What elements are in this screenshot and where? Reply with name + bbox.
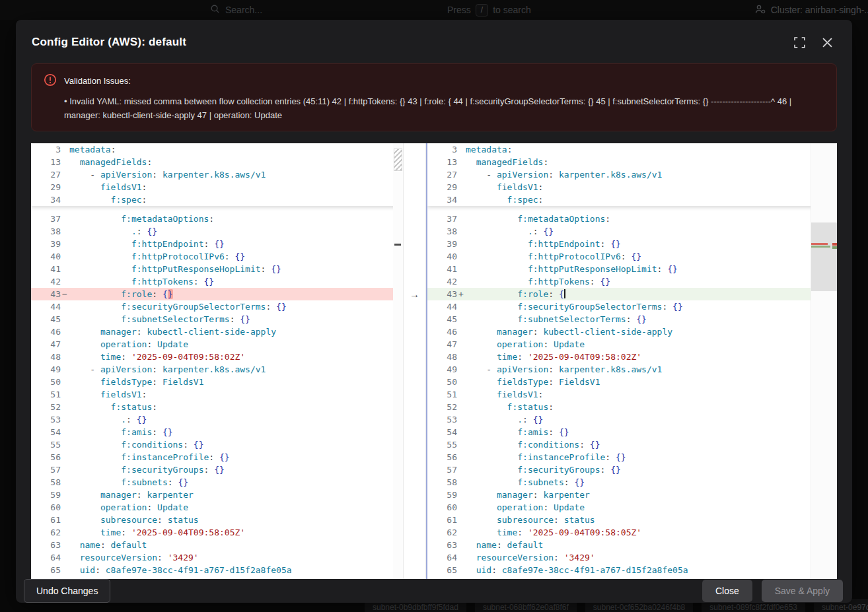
code-line[interactable]: 62time: '2025-09-04T09:58:05Z' [31, 526, 403, 539]
line-number: 46 [31, 325, 69, 338]
code-line[interactable]: 65uid: c8afe97e-38cc-4f91-a767-d15f2a8fe… [31, 564, 403, 576]
left-overview-ruler[interactable] [393, 143, 403, 579]
code-line[interactable]: 3metadata: [31, 143, 403, 156]
fullscreen-button[interactable] [790, 33, 809, 51]
code-line[interactable]: 50fieldsType: FieldsV1 [31, 376, 403, 388]
code-line[interactable]: 48time: '2025-09-04T09:58:02Z' [31, 351, 403, 363]
code-line[interactable]: 66spec: [31, 576, 403, 579]
code-line[interactable]: 44f:securityGroupSelectorTerms: {} [31, 300, 403, 313]
code-line[interactable]: 34f:spec: [427, 193, 837, 206]
code-line[interactable]: 57f:securityGroups: {} [427, 463, 837, 476]
code-line[interactable]: 60operation: Update [427, 501, 837, 514]
code-line[interactable]: 13managedFields: [427, 156, 837, 168]
dialog-title: Config Editor (AWS): default [32, 36, 781, 49]
code-line[interactable]: 27- apiVersion: karpenter.k8s.aws/v1 [427, 168, 837, 181]
code-line[interactable]: 37f:metadataOptions: [31, 213, 403, 225]
line-number: 49 [427, 363, 466, 376]
line-number: 41 [31, 263, 69, 275]
code-line[interactable]: 59manager: karpenter [31, 489, 403, 501]
code-line[interactable]: 51fieldsV1: [31, 388, 403, 401]
code-line[interactable]: 42f:httpTokens: {} [427, 275, 837, 288]
modified-editor-pane[interactable]: 3metadata:13managedFields:27- apiVersion… [426, 143, 837, 579]
code-line[interactable]: 55f:conditions: {} [31, 438, 403, 451]
code-line[interactable]: 63name: default [427, 539, 837, 551]
code-line[interactable]: 57f:securityGroups: {} [31, 463, 403, 476]
code-line[interactable]: 60operation: Update [31, 501, 403, 514]
code-line[interactable]: 50fieldsType: FieldsV1 [427, 376, 837, 388]
code-line[interactable]: 45f:subnetSelectorTerms: {} [31, 313, 403, 325]
close-button[interactable]: Close [702, 580, 752, 602]
code-line[interactable]: 41f:httpPutResponseHopLimit: {} [31, 263, 403, 275]
revert-change-arrow-icon[interactable]: → [404, 288, 425, 300]
code-line[interactable]: 39f:httpEndpoint: {} [427, 238, 837, 250]
code-line[interactable]: 62time: '2025-09-04T09:58:05Z' [427, 526, 837, 539]
code-line[interactable]: 34f:spec: [31, 193, 403, 206]
code-line[interactable]: 51fieldsV1: [427, 388, 837, 401]
code-line[interactable]: 54f:amis: {} [427, 426, 837, 438]
code-line[interactable]: 64resourceVersion: '3429' [31, 551, 403, 564]
line-number: 58 [427, 476, 466, 489]
code-lines-right[interactable]: 37f:metadataOptions:38.: {}39f:httpEndpo… [427, 206, 837, 579]
line-number: 44 [427, 300, 466, 313]
minimap-slider[interactable] [811, 222, 837, 291]
code-line[interactable]: 38.: {} [427, 225, 837, 238]
code-line[interactable]: 44f:securityGroupSelectorTerms: {} [427, 300, 837, 313]
code-line[interactable]: 58f:subnets: {} [31, 476, 403, 489]
code-line[interactable]: 66spec: [427, 576, 837, 579]
dialog-footer: Undo Changes Close Save & Apply [16, 579, 852, 603]
code-line[interactable]: 52f:status: [427, 401, 837, 413]
code-line[interactable]: 56f:instanceProfile: {} [31, 451, 403, 463]
code-line[interactable]: 43+f:role: { [427, 288, 837, 300]
minimap[interactable] [811, 143, 837, 579]
code-line[interactable]: 13managedFields: [31, 156, 403, 168]
code-line[interactable]: 53.: {} [427, 413, 837, 426]
code-line[interactable]: 46manager: kubectl-client-side-apply [427, 325, 837, 338]
code-line[interactable]: 40f:httpProtocolIPv6: {} [427, 250, 837, 263]
code-line[interactable]: 61subresource: status [427, 514, 837, 526]
line-number: 63 [427, 539, 466, 551]
line-number: 54 [427, 426, 466, 438]
code-line[interactable]: 43−f:role: {} [31, 288, 403, 300]
code-line[interactable]: 56f:instanceProfile: {} [427, 451, 837, 463]
line-number: 52 [427, 401, 466, 413]
code-line[interactable]: 61subresource: status [31, 514, 403, 526]
code-line[interactable]: 58f:subnets: {} [427, 476, 837, 489]
original-editor-pane[interactable]: 3metadata:13managedFields:27- apiVersion… [31, 143, 403, 579]
line-number: 59 [31, 489, 69, 501]
code-line[interactable]: 48time: '2025-09-04T09:58:02Z' [427, 351, 837, 363]
code-line[interactable]: 37f:metadataOptions: [427, 213, 837, 225]
code-line[interactable]: 46manager: kubectl-client-side-apply [31, 325, 403, 338]
code-line[interactable]: 29fieldsV1: [31, 181, 403, 193]
code-line[interactable]: 45f:subnetSelectorTerms: {} [427, 313, 837, 325]
code-line[interactable]: 42f:httpTokens: {} [31, 275, 403, 288]
code-line[interactable]: 3metadata: [427, 143, 837, 156]
code-line[interactable]: 63name: default [31, 539, 403, 551]
code-line[interactable]: 53.: {} [31, 413, 403, 426]
line-number: 61 [427, 514, 466, 526]
save-apply-button[interactable]: Save & Apply [762, 580, 843, 602]
code-line[interactable]: 49- apiVersion: karpenter.k8s.aws/v1 [31, 363, 403, 376]
code-line[interactable]: 40f:httpProtocolIPv6: {} [31, 250, 403, 263]
code-line[interactable]: 49- apiVersion: karpenter.k8s.aws/v1 [427, 363, 837, 376]
hidden-region-widget[interactable] [394, 149, 402, 171]
code-line[interactable]: 59manager: karpenter [427, 489, 837, 501]
code-line[interactable]: 52f:status: [31, 401, 403, 413]
code-line[interactable]: 65uid: c8afe97e-38cc-4f91-a767-d15f2a8fe… [427, 564, 837, 576]
code-line[interactable]: 47operation: Update [427, 338, 837, 351]
code-line[interactable]: 54f:amis: {} [31, 426, 403, 438]
code-line[interactable]: 38.: {} [31, 225, 403, 238]
code-line[interactable]: 29fieldsV1: [427, 181, 837, 193]
code-line[interactable]: 41f:httpPutResponseHopLimit: {} [427, 263, 837, 275]
code-line[interactable]: 47operation: Update [31, 338, 403, 351]
line-number: 52 [31, 401, 69, 413]
code-line[interactable]: 64resourceVersion: '3429' [427, 551, 837, 564]
code-line[interactable]: 27- apiVersion: karpenter.k8s.aws/v1 [31, 168, 403, 181]
code-line[interactable]: 55f:conditions: {} [427, 438, 837, 451]
line-number: 56 [31, 451, 69, 463]
code-line[interactable]: 39f:httpEndpoint: {} [31, 238, 403, 250]
code-lines-left[interactable]: 37f:metadataOptions:38.: {}39f:httpEndpo… [31, 206, 403, 579]
line-number: 38 [31, 225, 69, 238]
undo-changes-button[interactable]: Undo Changes [24, 579, 110, 603]
close-dialog-button[interactable] [818, 33, 836, 51]
line-number: 62 [31, 526, 69, 539]
